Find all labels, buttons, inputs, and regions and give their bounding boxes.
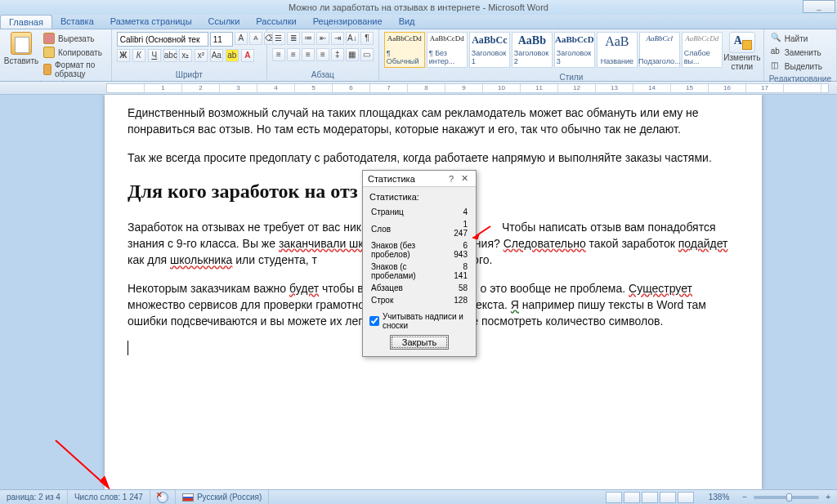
checkbox-icon[interactable] (369, 316, 379, 326)
select-button[interactable]: ◫Выделить (769, 60, 824, 73)
paragraph: Единственный возможный случай на таких п… (128, 105, 739, 138)
superscript-button[interactable]: x² (195, 49, 208, 62)
statistics-dialog: Статистика ? ✕ Статистика: Страниц4Слов1… (362, 170, 477, 357)
view-outline[interactable] (660, 492, 676, 503)
tab-references[interactable]: Ссылки (200, 15, 248, 29)
outdent-button[interactable]: ⇤ (316, 32, 329, 45)
show-marks-button[interactable]: ¶ (360, 32, 374, 45)
tab-review[interactable]: Рецензирование (305, 15, 391, 29)
text-effect-button[interactable]: Aa (210, 49, 223, 62)
view-fullscreen[interactable] (624, 492, 640, 503)
group-editing: 🔍Найти abЗаменить ◫Выделить Редактирован… (764, 29, 837, 81)
font-size-input[interactable] (210, 32, 233, 47)
font-color-button[interactable]: A (241, 49, 254, 62)
bullets-button[interactable]: ☰ (272, 32, 285, 45)
ribbon: Вставить Вырезать Копировать Формат по о… (0, 29, 837, 82)
zoom-control[interactable]: − + (736, 490, 837, 504)
zoom-slider[interactable] (754, 496, 819, 499)
status-page[interactable]: раница: 2 из 4 (0, 490, 68, 504)
align-right-button[interactable]: ≡ (302, 48, 315, 61)
indent-button[interactable]: ⇥ (331, 32, 344, 45)
format-painter-button[interactable]: Формат по образцу (41, 60, 106, 79)
change-styles-icon (729, 32, 755, 53)
shrink-font-button[interactable]: A (249, 32, 262, 45)
numbering-button[interactable]: ≣ (287, 32, 300, 45)
tab-insert[interactable]: Вставка (52, 15, 102, 29)
style-subtitle[interactable]: AaBbCclПодзаголо... (639, 32, 680, 68)
dialog-heading: Статистика: (369, 192, 469, 202)
font-name-input[interactable] (117, 32, 208, 47)
group-clipboard: Вставить Вырезать Копировать Формат по о… (0, 29, 112, 81)
status-spellcheck[interactable] (150, 490, 176, 504)
statistics-table: Страниц4Слов1 247Знаков (без пробелов)6 … (369, 205, 469, 307)
zoom-thumb[interactable] (786, 493, 792, 502)
dialog-help-icon[interactable]: ? (445, 174, 458, 184)
borders-button[interactable]: ▭ (360, 48, 374, 61)
zoom-out-icon[interactable]: − (742, 493, 747, 502)
line-spacing-button[interactable]: ‡ (331, 48, 344, 61)
italic-button[interactable]: К (132, 49, 145, 62)
view-draft[interactable] (678, 492, 694, 503)
zoom-level[interactable]: 138% (702, 490, 736, 504)
dialog-titlebar[interactable]: Статистика ? ✕ (363, 171, 476, 187)
strike-button[interactable]: abc (163, 49, 177, 62)
style-nospacing[interactable]: AaBbCcDd¶ Без интер... (427, 32, 468, 68)
paragraph-label: Абзац (272, 69, 374, 79)
style-normal[interactable]: AaBbCcDd¶ Обычный (384, 32, 425, 68)
zoom-in-icon[interactable]: + (826, 493, 830, 502)
horizontal-ruler[interactable]: 123456789101112131415161719 (0, 82, 837, 95)
tab-layout[interactable]: Разметка страницы (102, 15, 200, 29)
replace-button[interactable]: abЗаменить (769, 46, 823, 59)
stat-row: Абзацев58 (371, 283, 468, 293)
align-left-button[interactable]: ≡ (272, 48, 285, 61)
align-center-button[interactable]: ≡ (287, 48, 300, 61)
window-title: Можно ли заработать на отзывах в интерне… (289, 2, 548, 12)
justify-button[interactable]: ≡ (316, 48, 329, 61)
stat-row: Слов1 247 (371, 219, 468, 239)
status-word-count[interactable]: Число слов: 1 247 (68, 490, 150, 504)
flag-icon (182, 493, 194, 502)
view-buttons (599, 490, 702, 504)
bold-button[interactable]: Ж (117, 49, 130, 62)
copy-button[interactable]: Копировать (41, 46, 106, 59)
copy-icon (43, 47, 55, 58)
paste-label: Вставить (4, 56, 38, 65)
tab-mailings[interactable]: Рассылки (248, 15, 304, 29)
stat-row: Знаков (без пробелов)6 943 (371, 240, 468, 260)
find-button[interactable]: 🔍Найти (769, 32, 810, 45)
view-web[interactable] (642, 492, 658, 503)
status-bar: раница: 2 из 4 Число слов: 1 247 Русский… (0, 489, 837, 504)
change-styles-button[interactable]: Изменить стили (726, 32, 759, 71)
font-group-label: Шрифт (117, 69, 262, 79)
tab-home[interactable]: Главная (0, 15, 52, 29)
grow-font-button[interactable]: A (235, 32, 248, 45)
status-language[interactable]: Русский (Россия) (176, 490, 269, 504)
sort-button[interactable]: A↓ (346, 32, 359, 45)
group-styles: AaBbCcDd¶ Обычный AaBbCcDd¶ Без интер...… (379, 29, 764, 81)
group-font: A A ⌫ Ж К Ч abc x₂ x² Aa ab A Шрифт (112, 29, 267, 81)
window-minimize[interactable]: _ (803, 0, 835, 13)
style-heading3[interactable]: AaBbCcDЗаголовок 3 (554, 32, 595, 68)
underline-button[interactable]: Ч (148, 49, 161, 62)
highlight-button[interactable]: ab (226, 49, 239, 62)
style-heading2[interactable]: AaBbЗаголовок 2 (512, 32, 553, 68)
style-heading1[interactable]: AaBbCcЗаголовок 1 (469, 32, 510, 68)
dialog-close-icon[interactable]: ✕ (458, 173, 471, 184)
text-cursor (128, 341, 128, 355)
tab-view[interactable]: Вид (391, 15, 423, 29)
paste-button[interactable]: Вставить (5, 32, 38, 65)
include-footnotes-checkbox[interactable]: Учитывать надписи и сноски (369, 312, 469, 330)
cut-button[interactable]: Вырезать (41, 32, 106, 45)
stat-row: Страниц4 (371, 207, 468, 217)
stat-row: Строк128 (371, 295, 468, 306)
style-title[interactable]: AaBНазвание (597, 32, 638, 68)
cut-label: Вырезать (58, 34, 94, 43)
view-print-layout[interactable] (606, 492, 622, 503)
subscript-button[interactable]: x₂ (179, 49, 192, 62)
style-emphasis[interactable]: AaBbCcDdСлабое вы... (682, 32, 723, 68)
styles-gallery[interactable]: AaBbCcDd¶ Обычный AaBbCcDd¶ Без интер...… (384, 32, 723, 68)
dialog-close-button[interactable]: Закрыть (390, 335, 449, 350)
multilevel-button[interactable]: ≔ (302, 32, 315, 45)
find-icon: 🔍 (771, 33, 782, 44)
shading-button[interactable]: ▦ (346, 48, 359, 61)
